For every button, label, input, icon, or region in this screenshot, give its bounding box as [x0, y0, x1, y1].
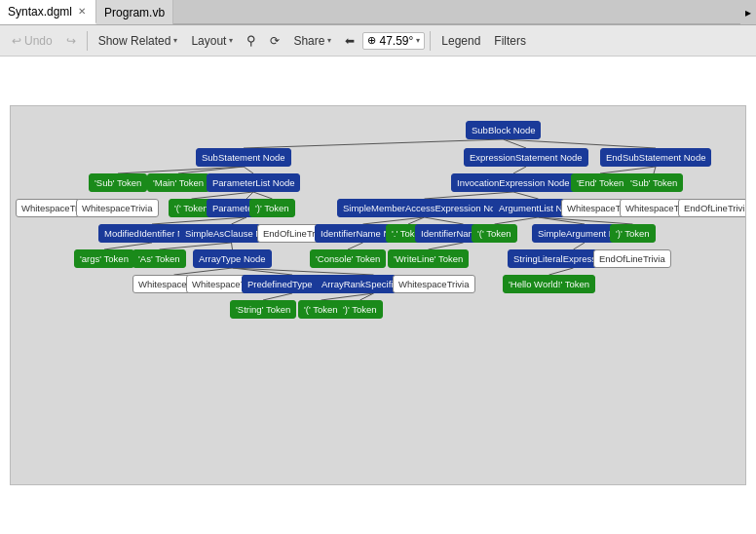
node-whitespacetrivia7[interactable]: WhitespaceTrivia	[393, 275, 475, 293]
node-as_token[interactable]: 'As' Token	[132, 249, 186, 268]
node-sub_token1[interactable]: 'Sub' Token	[89, 173, 147, 192]
layout-arrow: ▾	[229, 36, 233, 45]
zoom-arrow: ▾	[416, 36, 420, 45]
svg-line-7	[600, 167, 656, 173]
search-icon: ⚲	[246, 33, 256, 48]
svg-line-17	[408, 217, 425, 224]
svg-line-12	[425, 192, 514, 199]
svg-line-2	[504, 139, 657, 148]
tab-bar: Syntax.dgml ✕ Program.vb ▸	[0, 0, 756, 25]
node-console_token[interactable]: 'Console' Token	[310, 249, 386, 268]
show-related-label: Show Related	[98, 34, 171, 48]
svg-line-31	[549, 268, 574, 275]
svg-line-24	[232, 243, 233, 249]
svg-line-28	[174, 268, 233, 275]
share-label: Share	[293, 34, 324, 48]
refresh-icon: ⟳	[270, 34, 280, 48]
svg-line-1	[504, 139, 527, 148]
node-sub_token2[interactable]: 'Sub' Token	[624, 173, 683, 192]
refresh-button[interactable]: ⟳	[264, 32, 285, 50]
node-t_token6[interactable]: ')' Token	[337, 300, 383, 319]
svg-line-32	[263, 293, 292, 300]
redo-button[interactable]: ↪	[60, 32, 82, 50]
svg-line-15	[232, 217, 247, 224]
svg-line-33	[321, 293, 374, 300]
node-string_token[interactable]: 'String' Token	[230, 300, 296, 319]
svg-line-16	[363, 217, 425, 224]
svg-line-11	[253, 192, 273, 199]
svg-line-22	[104, 243, 152, 249]
show-related-button[interactable]: Show Related ▾	[93, 32, 184, 50]
legend-label: Legend	[441, 34, 480, 48]
svg-line-14	[152, 217, 246, 224]
toolbar: ↩ Undo ↪ Show Related ▾ Layout ▾ ⚲ ⟳ Sha…	[0, 25, 756, 57]
node-subblock[interactable]: SubBlock Node	[466, 121, 541, 139]
node-arraytype[interactable]: ArrayType Node	[193, 249, 272, 268]
node-t_token2[interactable]: ')' Token	[249, 199, 295, 217]
layout-button[interactable]: Layout ▾	[185, 32, 239, 50]
node-substatement[interactable]: SubStatement Node	[196, 148, 291, 167]
node-simplememberaccess[interactable]: SimpleMemberAccessExpression Node	[337, 199, 511, 217]
svg-line-18	[425, 217, 464, 224]
svg-line-25	[348, 243, 363, 249]
redo-icon: ↪	[66, 34, 76, 48]
svg-line-19	[495, 217, 539, 224]
node-end_token[interactable]: 'End' Token	[571, 173, 629, 192]
layout-label: Layout	[191, 34, 226, 48]
node-invocationexpression[interactable]: InvocationExpression Node	[451, 173, 576, 192]
node-t_token4[interactable]: ')' Token	[610, 224, 656, 243]
node-whitespacetrivia2[interactable]: WhitespaceTrivia	[76, 199, 159, 217]
back-icon: ⬅	[345, 34, 355, 48]
svg-line-9	[192, 192, 254, 199]
filters-label: Filters	[494, 34, 526, 48]
node-endoflinetrivia3[interactable]: EndOfLineTrivia	[593, 249, 671, 268]
separator-2	[430, 31, 431, 51]
separator-1	[87, 31, 88, 51]
undo-icon: ↩	[12, 34, 21, 48]
svg-line-6	[513, 167, 526, 173]
node-endsubstatement[interactable]: EndSubStatement Node	[600, 148, 711, 167]
zoom-value: 47.59°	[379, 34, 413, 48]
node-parameterlist[interactable]: ParameterList Node	[207, 173, 300, 192]
node-expressionstatement[interactable]: ExpressionStatement Node	[464, 148, 588, 167]
search-button[interactable]: ⚲	[241, 31, 262, 50]
tab-scroll-right[interactable]: ▸	[740, 0, 756, 24]
tab-syntax[interactable]: Syntax.dgml ✕	[0, 0, 96, 24]
svg-line-0	[244, 139, 504, 148]
svg-line-13	[513, 192, 539, 199]
svg-line-27	[574, 243, 586, 249]
svg-line-5	[244, 167, 253, 173]
zoom-icon: ⊕	[367, 34, 376, 47]
undo-button[interactable]: ↩ Undo	[6, 32, 58, 50]
node-writeline_token[interactable]: 'WriteLine' Token	[388, 249, 469, 268]
svg-line-30	[233, 268, 374, 275]
svg-line-26	[429, 243, 464, 249]
node-args_token[interactable]: 'args' Token	[74, 249, 134, 268]
zoom-control[interactable]: ⊕ 47.59° ▾	[362, 32, 425, 50]
svg-line-10	[246, 192, 253, 199]
back-button[interactable]: ⬅	[339, 32, 360, 50]
show-related-arrow: ▾	[173, 36, 177, 45]
svg-line-34	[360, 293, 374, 300]
svg-line-3	[118, 167, 244, 173]
tab-program[interactable]: Program.vb	[96, 0, 173, 24]
svg-line-21	[539, 217, 633, 224]
tab-syntax-label: Syntax.dgml	[8, 5, 72, 19]
diagram-area[interactable]: SubBlock NodeSubStatement NodeExpression…	[10, 105, 746, 485]
node-main_token[interactable]: 'Main' Token	[147, 173, 209, 192]
share-arrow: ▾	[327, 36, 331, 45]
svg-line-23	[160, 243, 232, 249]
tab-syntax-close[interactable]: ✕	[76, 6, 88, 17]
content-area: SubBlock NodeSubStatement NodeExpression…	[0, 57, 756, 534]
node-helloworld_token[interactable]: 'Hello World!' Token	[503, 275, 595, 293]
node-endoflinetrivia1[interactable]: EndOfLineTrivia	[678, 199, 746, 217]
svg-line-8	[654, 167, 656, 173]
legend-button[interactable]: Legend	[435, 32, 486, 50]
node-t_token3[interactable]: '(' Token	[472, 224, 517, 243]
filters-button[interactable]: Filters	[488, 32, 532, 50]
svg-line-29	[233, 268, 293, 275]
tab-program-label: Program.vb	[104, 6, 165, 19]
undo-label: Undo	[24, 34, 53, 48]
svg-line-20	[539, 217, 586, 224]
share-button[interactable]: Share ▾	[287, 32, 337, 50]
